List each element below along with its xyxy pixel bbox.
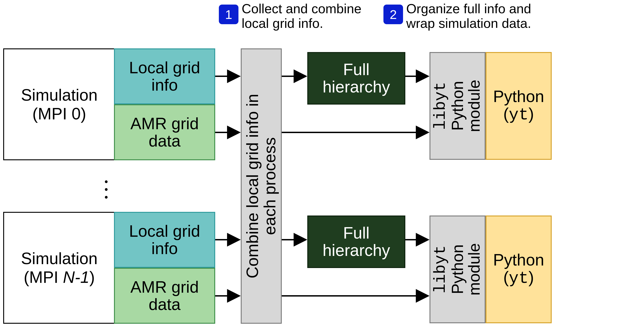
python-yt-box-top: Python (yt) [486,52,552,160]
vertical-ellipsis-icon [105,180,108,199]
local-grid-info-box-mpi-n-1: Local grid info [114,212,215,268]
libyt-module-bottom-l1: libyt [432,245,450,293]
step-1-caption: Collect and combine local grid info. [242,1,362,31]
simulation-label-mpi-n-1: Simulation (MPI N-1) [7,212,112,324]
python-yt-bottom-line2-mono: yt [509,269,528,288]
libyt-module-bottom-l3: module [465,243,483,296]
full-hierarchy-box-top: Full hierarchy [307,52,405,105]
step-2-caption: Organize full info and wrap simulation d… [406,1,531,31]
libyt-module-bottom-l2: Python [449,244,466,294]
amr-grid-data-mpi-n-1-line2: data [149,295,180,313]
step-1-badge: 1 [219,5,238,24]
libyt-module-box-bottom: libyt Python module [430,216,486,323]
simulation-label-mpi-n-1-line2-suffix: ) [89,268,95,286]
simulation-label-mpi-n-1-line2-prefix: (MPI [24,268,63,286]
local-grid-info-mpi-n-1-line2: info [151,239,178,257]
python-yt-top-line1: Python [493,87,544,105]
diagram-canvas: 1 Collect and combine local grid info. 2… [0,0,644,326]
python-yt-bottom-line2-prefix: ( [503,268,509,286]
simulation-label-mpi-0-line1: Simulation [21,86,98,104]
full-hierarchy-bottom-line1: Full [343,224,370,242]
libyt-module-top-l2: Python [449,81,466,131]
python-yt-bottom-line1: Python [493,251,544,269]
simulation-label-mpi-n-1-line2-var: N-1 [63,268,89,286]
local-grid-info-mpi-0-line2: info [151,76,178,94]
python-yt-top-line2-mono: yt [509,106,528,124]
local-grid-info-box-mpi-0: Local grid info [114,48,215,104]
step-2-caption-line1: Organize full info and [406,1,531,16]
libyt-module-top-l3: module [465,80,483,132]
step-1-caption-line1: Collect and combine [242,1,362,16]
local-grid-info-mpi-n-1-line1: Local grid [129,222,200,240]
step-2-number: 2 [390,7,397,22]
step-2-caption-line2: wrap simulation data. [406,16,531,31]
local-grid-info-mpi-0-line1: Local grid [129,58,200,77]
combine-line1: Combine local grid info in [243,94,262,278]
amr-grid-data-box-mpi-0: AMR grid data [114,104,215,160]
python-yt-top-line2-prefix: ( [503,105,509,123]
amr-grid-data-box-mpi-n-1: AMR grid data [114,268,215,324]
full-hierarchy-top-line1: Full [343,60,370,79]
full-hierarchy-bottom-line2: hierarchy [322,241,390,259]
full-hierarchy-top-line2: hierarchy [322,78,390,96]
amr-grid-data-mpi-0-line1: AMR grid [130,114,199,133]
step-2-badge: 2 [384,5,403,24]
libyt-module-box-top: libyt Python module [430,52,486,160]
simulation-label-mpi-0: Simulation (MPI 0) [7,48,112,160]
combine-box: Combine local grid info in each process [241,48,282,324]
simulation-label-mpi-n-1-line1: Simulation [21,249,98,268]
step-1-caption-line2: local grid info. [242,16,323,31]
full-hierarchy-box-bottom: Full hierarchy [307,216,405,268]
step-1-number: 1 [225,7,232,22]
python-yt-box-bottom: Python (yt) [486,216,552,323]
combine-line2: each process [260,137,279,235]
amr-grid-data-mpi-0-line2: data [149,132,180,150]
python-yt-bottom-line2-suffix: ) [528,268,534,286]
libyt-module-top-l1: libyt [432,82,450,130]
amr-grid-data-mpi-n-1-line1: AMR grid [130,278,199,296]
python-yt-top-line2-suffix: ) [528,105,534,123]
simulation-label-mpi-0-line2: (MPI 0) [32,105,86,123]
